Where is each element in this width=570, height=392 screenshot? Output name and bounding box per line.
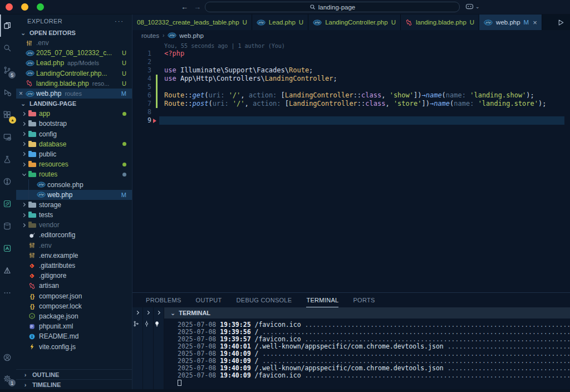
collapsed-view-branch[interactable]	[132, 307, 143, 389]
close-icon[interactable]: ×	[16, 90, 26, 97]
editor-tab-LandingController.php[interactable]: phpLandingController.phpU	[308, 14, 401, 30]
activity-remote-explorer[interactable]	[0, 126, 16, 148]
code-editor[interactable]: You, 55 seconds ago | 1 author (You)1<?p…	[132, 41, 570, 292]
code-line-2[interactable]: 2	[132, 58, 570, 66]
activity-testing[interactable]	[0, 148, 16, 170]
activity-extension-teal[interactable]	[0, 193, 16, 215]
activity-search[interactable]	[0, 37, 16, 59]
tree-file-phpunit.xml[interactable]: phpunit.xml	[16, 321, 132, 331]
window-zoom-button[interactable]	[37, 3, 44, 11]
activity-database[interactable]	[0, 215, 16, 237]
tree-file-composer.json[interactable]: {}composer.json	[16, 291, 132, 301]
window-minimize-button[interactable]	[21, 3, 28, 11]
activity-account[interactable]	[0, 347, 16, 368]
history-back-button[interactable]: ←	[181, 3, 188, 11]
chevron-right-icon[interactable]	[20, 213, 28, 218]
open-editor-item[interactable]: phpLandingController.php...U	[16, 68, 132, 79]
tree-file-.gitattributes[interactable]: .gitattributes	[16, 261, 132, 271]
run-button[interactable]	[557, 18, 565, 27]
tree-file-composer.lock[interactable]: {}composer.lock	[16, 301, 132, 311]
gutter-marker	[151, 50, 159, 58]
panel-tab-ports[interactable]: PORTS	[353, 293, 375, 307]
code-line-5[interactable]: 5	[132, 83, 570, 91]
activity-settings[interactable]: 1	[0, 368, 16, 389]
activity-extensions[interactable]: ▲	[0, 104, 16, 126]
copilot-menu[interactable]: ⌄	[465, 3, 480, 10]
command-center-search[interactable]: landing-page	[205, 2, 460, 12]
activity-prism[interactable]	[0, 259, 16, 282]
panel-tab-output[interactable]: OUTPUT	[196, 293, 222, 307]
open-editor-item[interactable]: landing.blade.phpreso...U	[16, 79, 132, 89]
chevron-right-icon	[146, 310, 151, 315]
tree-file-web.php[interactable]: phpweb.phpM	[16, 190, 132, 200]
terminal-section-header[interactable]: ⌄ TERMINAL	[164, 307, 570, 318]
code-line-6[interactable]: 6Route::get(uri: '/', action: [LandingCo…	[132, 91, 570, 100]
panel-tab-terminal[interactable]: TERMINAL	[306, 293, 338, 307]
activity-gitlens[interactable]	[0, 170, 16, 193]
collapsed-view-commit[interactable]	[143, 307, 154, 389]
activity-source-control[interactable]: 5	[0, 59, 16, 81]
open-editor-item[interactable]: ×phpweb.phproutesM	[16, 89, 132, 99]
activity-explorer[interactable]	[0, 14, 16, 37]
window-close-button[interactable]	[6, 3, 13, 11]
chevron-right-icon[interactable]	[20, 223, 28, 228]
code-line-1[interactable]: 1<?php	[132, 50, 570, 58]
project-section-header[interactable]: ⌄ LANDING-PAGE	[16, 99, 132, 109]
code-line-8[interactable]: 8	[132, 108, 570, 116]
tree-file-.env.example[interactable]: .env.example	[16, 251, 132, 261]
history-forward-button[interactable]: →	[194, 3, 201, 11]
tree-file-.env[interactable]: .env	[16, 241, 132, 251]
tree-folder-resources[interactable]: resources	[16, 159, 132, 169]
chevron-right-icon[interactable]	[20, 162, 28, 167]
editor-tab-landing.blade.php[interactable]: landing.blade.phpU	[401, 14, 479, 30]
collapsed-view-lightbulb[interactable]	[154, 307, 164, 389]
editor-tab-Lead.php[interactable]: phpLead.phpU	[252, 14, 308, 30]
editor-tab-08-102332-create-leads-table.php[interactable]: 08_102332_create_leads_table.phpU	[132, 14, 252, 30]
code-line-3[interactable]: 3use Illuminate\Support\Facades\Route;	[132, 66, 570, 75]
activity-more[interactable]	[0, 282, 16, 304]
tree-folder-database[interactable]: database	[16, 139, 132, 149]
chevron-right-icon[interactable]	[20, 141, 28, 146]
panel-tab-problems[interactable]: PROBLEMS	[146, 293, 181, 307]
chevron-right-icon[interactable]	[20, 111, 28, 116]
tree-folder-bootstrap[interactable]: bootstrap	[16, 119, 132, 129]
tree-file-console.php[interactable]: phpconsole.php	[16, 179, 132, 189]
breadcrumb-file[interactable]: web.php	[179, 32, 203, 39]
open-editor-item[interactable]: php2025_07_08_102332_c...U	[16, 48, 132, 58]
activity-run-and-debug[interactable]	[0, 81, 16, 104]
chevron-right-icon[interactable]	[20, 131, 28, 136]
timeline-section-header[interactable]: › TIMELINE	[16, 379, 132, 389]
code-line-4[interactable]: 4use App\Http\Controllers\LandingControl…	[132, 75, 570, 83]
open-editor-item[interactable]: phpLead.phpapp/ModelsU	[16, 58, 132, 68]
tree-folder-storage[interactable]: storage	[16, 200, 132, 210]
chevron-right-icon[interactable]	[20, 202, 28, 207]
close-icon[interactable]: ×	[533, 18, 537, 27]
tree-file-.editorconfig[interactable]: .editorconfig	[16, 230, 132, 240]
tree-folder-app[interactable]: app	[16, 109, 132, 119]
tree-folder-public[interactable]: public	[16, 149, 132, 159]
views-and-more-actions-button[interactable]: ···	[115, 18, 124, 24]
tree-folder-config[interactable]: config	[16, 129, 132, 139]
chevron-down-icon[interactable]	[20, 172, 28, 177]
panel-tab-debug-console[interactable]: DEBUG CONSOLE	[237, 293, 292, 307]
breadcrumb-folder[interactable]: routes	[141, 32, 159, 39]
tree-folder-vendor[interactable]: vendor	[16, 220, 132, 230]
tree-file-vite.config.js[interactable]: vite.config.js	[16, 341, 132, 351]
tree-file-artisan[interactable]: artisan	[16, 281, 132, 291]
tree-file-README.md[interactable]: README.md	[16, 331, 132, 341]
tree-folder-routes[interactable]: routes	[16, 169, 132, 179]
open-editor-item[interactable]: .env	[16, 38, 132, 48]
code-line-9[interactable]: 9	[132, 116, 570, 125]
terminal-output[interactable]: 2025-07-08 19:39:25 /favicon.ico .......…	[164, 318, 570, 389]
chevron-right-icon[interactable]	[20, 121, 28, 126]
editor-tab-web.php[interactable]: phpweb.phpM×	[479, 14, 542, 30]
tree-folder-tests[interactable]: tests	[16, 210, 132, 220]
tree-file-package.json[interactable]: npackage.json	[16, 311, 132, 321]
tree-file-.gitignore[interactable]: .gitignore	[16, 271, 132, 281]
activity-extension-teal-2[interactable]	[0, 237, 16, 259]
open-editors-header[interactable]: ⌄ OPEN EDITORS	[16, 28, 132, 38]
breadcrumb[interactable]: routes › php web.php	[132, 30, 570, 41]
code-line-7[interactable]: 7Route::post(uri: '/', action: [LandingC…	[132, 100, 570, 108]
outline-section-header[interactable]: › OUTLINE	[16, 369, 132, 379]
chevron-right-icon[interactable]	[20, 151, 28, 156]
